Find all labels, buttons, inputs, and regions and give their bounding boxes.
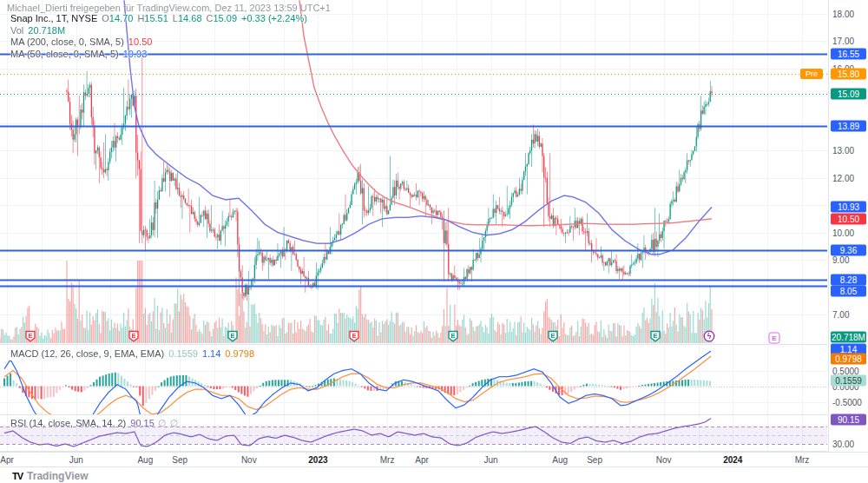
- price-axis-label: 13.00: [832, 146, 854, 155]
- price-badge: 13.89: [831, 121, 866, 132]
- earnings-marker[interactable]: E: [128, 330, 140, 346]
- price-axis-label: 10.00: [832, 228, 854, 237]
- time-axis-month-label: Aug: [552, 455, 568, 465]
- premarket-tag: Pre: [800, 69, 823, 79]
- price-badge: 15.80: [831, 69, 866, 80]
- volume-legend-row[interactable]: Vol20.718M: [10, 25, 307, 36]
- svg-text:E: E: [352, 332, 356, 340]
- tradingview-logo[interactable]: TV: [12, 471, 23, 481]
- ma200-value: 10.50: [128, 36, 153, 47]
- indicator-badge: 20.718M: [831, 332, 866, 343]
- earnings-shield-icon: E: [448, 330, 459, 342]
- time-axis-month-label: Aug: [137, 455, 153, 465]
- macd-axis-label: -0.5000: [832, 397, 862, 407]
- ma50-value: 10.93: [123, 49, 148, 59]
- tradingview-chart-window: Michael_Dierti freigegeben für TradingVi…: [0, 0, 868, 483]
- lightning-icon: ϟ: [703, 330, 715, 342]
- price-badge: 9.36: [831, 244, 866, 255]
- time-axis-month-label: Mrz: [380, 455, 395, 465]
- price-badge: 10.93: [831, 202, 866, 213]
- macd-axis-label: 0.5000: [832, 366, 859, 375]
- price-axis-label: 7.00: [832, 309, 849, 319]
- price-badge: 8.28: [831, 274, 866, 285]
- price-axis-label: 17.00: [832, 36, 854, 46]
- time-axis-month-label: Jun: [484, 455, 498, 465]
- svg-text:E: E: [550, 332, 555, 340]
- time-axis-month-label: Sep: [172, 455, 187, 465]
- time-axis-month-label: Mrz: [795, 455, 810, 465]
- svg-text:E: E: [230, 332, 234, 340]
- symbol-legend-row[interactable]: Snap Inc., 1T, NYSEO14.70H15.51L14.68C15…: [10, 13, 307, 24]
- macd-signal-value: 0.9798: [225, 348, 254, 359]
- future-earnings-marker[interactable]: E: [769, 333, 780, 344]
- earnings-marker[interactable]: E: [227, 330, 239, 346]
- time-axis-month-label: Sep: [587, 455, 602, 465]
- price-badge: 16.55: [831, 48, 866, 59]
- tradingview-brand[interactable]: TradingView: [27, 470, 88, 482]
- earnings-marker[interactable]: E: [448, 330, 459, 346]
- realtime-flash-marker[interactable]: ϟ: [703, 330, 715, 346]
- indicator-badge: 0.1559: [831, 375, 866, 387]
- time-axis-month-label: Apr: [415, 455, 429, 465]
- earnings-marker[interactable]: E: [548, 330, 559, 346]
- svg-text:ϟ: ϟ: [707, 332, 712, 341]
- earnings-shield-icon: E: [650, 330, 661, 342]
- rsi-legend-row[interactable]: RSI (14, close, SMA, 14, 2)90.15∅∅: [10, 418, 178, 429]
- footer-bar: TV TradingView: [0, 466, 868, 483]
- time-axis-month-label: Apr: [0, 455, 14, 465]
- price-axis-label: 9.00: [832, 255, 849, 265]
- ma50-legend-row[interactable]: MA (50, close, 0, SMA, 5)10.93: [10, 49, 307, 60]
- time-axis-month-label: Nov: [656, 455, 672, 465]
- price-axis-label: 12.00: [832, 173, 854, 182]
- price-badge: 15.09: [831, 88, 866, 99]
- time-axis-year-label: 2024: [723, 455, 742, 465]
- earnings-marker[interactable]: E: [25, 330, 36, 346]
- time-axis-year-label: 2023: [308, 455, 327, 465]
- watermark: Michael_Dierti freigegeben für TradingVi…: [7, 3, 331, 13]
- earnings-shield-icon: E: [548, 330, 559, 342]
- macd-legend-row[interactable]: MACD (12, 26, close, 9, EMA, EMA)0.15591…: [10, 348, 254, 359]
- earnings-marker[interactable]: E: [349, 330, 360, 346]
- time-axis[interactable]: AprJunAugSepNov2023MrzAprJunAugSepNov202…: [0, 452, 868, 467]
- rsi-value: 90.15: [130, 418, 155, 428]
- chart-canvas[interactable]: [0, 0, 827, 452]
- rsi-axis-label: 30.00: [832, 440, 854, 449]
- svg-text:E: E: [653, 332, 657, 340]
- indicator-badge: 90.15: [831, 414, 866, 426]
- svg-text:E: E: [450, 332, 455, 340]
- svg-text:E: E: [131, 332, 135, 340]
- symbol-title: Snap Inc., 1T, NYSE: [10, 13, 97, 23]
- earnings-shield-icon: E: [25, 330, 36, 342]
- time-axis-month-label: Jun: [69, 455, 83, 465]
- earnings-shield-icon: E: [227, 330, 239, 342]
- earnings-shield-icon: E: [128, 330, 140, 342]
- macd-value: 1.14: [202, 348, 220, 359]
- svg-text:E: E: [28, 332, 32, 340]
- chart-legend: Snap Inc., 1T, NYSEO14.70H15.51L14.68C15…: [10, 13, 307, 60]
- indicator-badge: 0.9798: [831, 354, 866, 365]
- earnings-marker[interactable]: E: [650, 330, 661, 346]
- ma200-legend-row[interactable]: MA (200, close, 0, SMA, 5)10.50: [10, 36, 307, 48]
- price-badge: 8.05: [831, 285, 866, 296]
- macd-hist-value: 0.1559: [168, 348, 198, 359]
- price-axis-label: 18.00: [832, 10, 854, 19]
- price-badge: 10.50: [831, 213, 866, 224]
- volume-value: 20.718M: [28, 25, 65, 36]
- time-axis-month-label: Nov: [241, 455, 257, 465]
- price-axis[interactable]: 18.0017.0016.0013.0012.0010.009.007.000.…: [828, 0, 868, 452]
- change-value: +0.33 (+2.24%): [241, 13, 307, 23]
- earnings-shield-icon: E: [349, 330, 360, 342]
